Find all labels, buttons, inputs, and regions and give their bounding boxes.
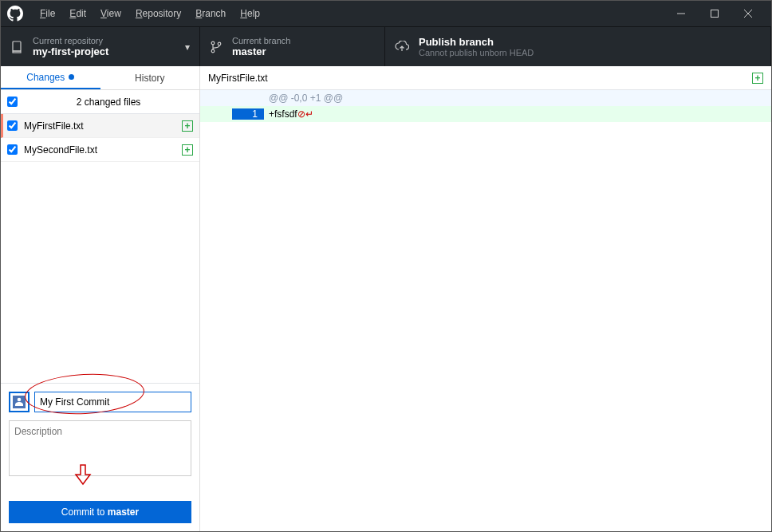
menu-help[interactable]: Help [233,8,267,19]
svg-rect-5 [13,51,21,53]
menu-file[interactable]: File [33,8,62,19]
svg-rect-4 [13,41,21,51]
changes-indicator-icon [69,74,74,80]
toolbar: Current repository my-first-project ▾ Cu… [1,26,771,66]
added-icon: + [752,73,763,84]
tab-history-label: History [135,73,164,84]
branch-selector[interactable]: Current branch master [200,27,385,66]
hunk-text: @@ -0,0 +1 @@ [264,93,771,104]
carriage-return-icon: ↵ [305,108,313,120]
added-icon: + [182,144,193,156]
sidebar: Changes History 2 changed files MyFirstF… [1,66,200,531]
window-close-icon[interactable] [731,2,765,25]
menu-edit[interactable]: Edit [62,8,93,19]
branch-label: Current branch [232,36,290,45]
menu-repository[interactable]: Repository [128,8,188,19]
tab-history[interactable]: History [100,66,200,89]
repo-value: my-first-project [33,45,108,57]
publish-subtext: Cannot publish unborn HEAD [419,48,534,57]
publish-label: Publish branch [419,36,534,48]
repo-icon [10,41,23,53]
file-list-header: 2 changed files [1,90,199,114]
menu-view[interactable]: View [93,8,128,19]
tab-changes-label: Changes [26,72,65,83]
diff-line-content: +fsfsdf⊘↵ [264,108,771,120]
repo-selector[interactable]: Current repository my-first-project ▾ [1,27,200,66]
cloud-upload-icon [395,41,409,53]
file-name: MySecondFile.txt [24,144,182,156]
chevron-down-icon: ▾ [185,41,190,53]
window-minimize-icon[interactable] [664,2,698,25]
file-checkbox[interactable] [7,144,18,155]
commit-area: Commit to master [1,383,199,531]
branch-icon [210,41,223,53]
window-maximize-icon[interactable] [698,2,731,25]
commit-button-prefix: Commit to [61,506,108,518]
menu-branch[interactable]: Branch [188,8,233,19]
svg-rect-1 [711,10,719,18]
file-name: MyFirstFile.txt [24,120,182,132]
diff-body: @@ -0,0 +1 @@ 1 +fsfsdf⊘↵ [200,90,771,122]
svg-point-8 [218,42,221,45]
added-icon: + [182,120,193,132]
tab-changes[interactable]: Changes [1,66,100,89]
commit-button[interactable]: Commit to master [9,501,191,523]
commit-summary-input[interactable] [34,392,191,412]
diff-line-added[interactable]: 1 +fsfsdf⊘↵ [200,106,771,122]
diff-filename: MyFirstFile.txt [208,73,752,84]
github-logo-icon [7,6,23,22]
repo-label: Current repository [33,36,108,45]
avatar-icon [9,392,30,412]
commit-description-input[interactable] [9,420,191,476]
svg-point-6 [211,41,215,45]
commit-button-branch: master [108,506,139,518]
diff-panel: MyFirstFile.txt + @@ -0,0 +1 @@ 1 +fsfsd… [200,66,771,531]
publish-button[interactable]: Publish branch Cannot publish unborn HEA… [385,27,771,66]
select-all-checkbox[interactable] [7,97,18,107]
diff-hunk-header[interactable]: @@ -0,0 +1 @@ [200,90,771,106]
sidebar-tabs: Changes History [1,66,199,90]
file-row[interactable]: MySecondFile.txt + [1,138,199,162]
svg-point-10 [18,398,22,402]
branch-value: master [232,45,290,57]
diff-header: MyFirstFile.txt + [200,66,771,90]
file-checkbox[interactable] [7,120,18,131]
gutter-new: 1 [232,108,264,120]
svg-point-7 [211,49,215,53]
changed-files-count: 2 changed files [24,97,193,108]
titlebar: File Edit View Repository Branch Help [1,1,771,26]
file-row[interactable]: MyFirstFile.txt + [1,114,199,138]
no-newline-icon: ⊘ [297,108,305,120]
